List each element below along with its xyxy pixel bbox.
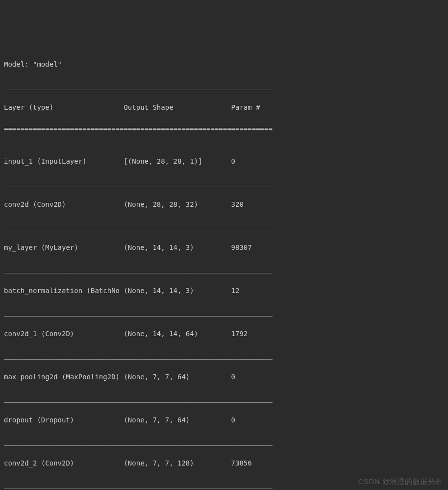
header-layer: Layer (type) [4,102,124,113]
watermark: CSDN @浪漫的数据分析 [358,476,443,487]
terminal-output: Model: "model" _________________________… [4,48,444,490]
header-param: Param # [231,102,260,113]
separator-underscore: ________________________________________… [4,307,444,318]
layer-row: conv2d (Conv2D)(None, 28, 28, 32)320 [4,199,444,210]
model-name-line: Model: "model" [4,59,444,70]
separator-underscore: ________________________________________… [4,220,444,231]
separator-underscore: ________________________________________… [4,436,444,447]
separator-equals: ========================================… [4,123,444,134]
separator-underscore: ________________________________________… [4,80,444,91]
layer-row: dropout (Dropout)(None, 7, 7, 64)0 [4,415,444,425]
separator-underscore: ________________________________________… [4,393,444,404]
separator-underscore: ________________________________________… [4,350,444,361]
summary-header: Layer (type)Output ShapeParam # [4,102,444,113]
separator-underscore: ________________________________________… [4,177,444,188]
layer-row: conv2d_1 (Conv2D)(None, 14, 14, 64)1792 [4,328,444,339]
layer-row: max_pooling2d (MaxPooling2D)(None, 7, 7,… [4,371,444,382]
separator-underscore: ________________________________________… [4,264,444,274]
layer-row: batch_normalization (BatchNo(None, 14, 1… [4,285,444,296]
layer-row: input_1 (InputLayer)[(None, 28, 28, 1)]0 [4,156,444,167]
layer-row: conv2d_2 (Conv2D)(None, 7, 7, 128)73856 [4,458,444,468]
header-output: Output Shape [124,102,231,113]
layer-row: my_layer (MyLayer)(None, 14, 14, 3)98307 [4,242,444,253]
